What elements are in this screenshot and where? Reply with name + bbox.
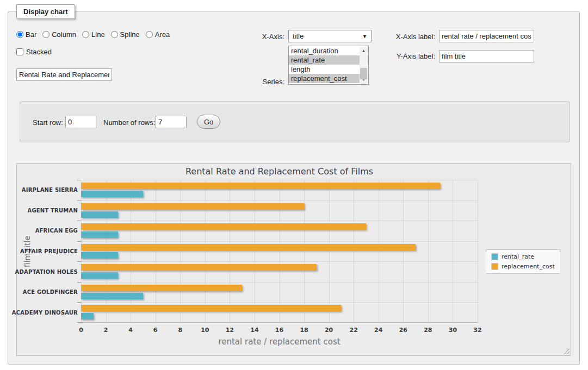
bar-rental_rate-6 bbox=[81, 313, 94, 319]
chart-type-radio-line[interactable] bbox=[82, 31, 89, 38]
bar-rental_rate-5 bbox=[81, 293, 143, 299]
x-tick-label-12: 12 bbox=[226, 327, 234, 334]
x-tick-label-8: 8 bbox=[178, 327, 182, 334]
start-row-label: Start row: bbox=[33, 118, 63, 127]
x-axis-select[interactable]: title ▼ bbox=[288, 30, 372, 42]
x-tick-label-18: 18 bbox=[300, 327, 308, 334]
legend-item-rental_rate[interactable]: rental_rate bbox=[491, 253, 555, 260]
gridline-y-4 bbox=[81, 261, 478, 262]
gridline-x-16 bbox=[280, 180, 280, 322]
y-tick-6 bbox=[77, 302, 81, 303]
chart-title: Rental Rate and Replacement Cost of Film… bbox=[81, 166, 478, 177]
gridline-x-2 bbox=[106, 180, 107, 322]
chart-type-radio-bar[interactable] bbox=[16, 31, 23, 38]
chart-type-option-spline[interactable]: Spline bbox=[111, 30, 140, 39]
gridline-y-3 bbox=[81, 241, 478, 242]
category-label-3: AFFAIR PREJUDICE bbox=[17, 241, 78, 262]
gridline-x-8 bbox=[180, 180, 181, 322]
series-scrollbar[interactable]: ▲ ▼ bbox=[360, 47, 368, 84]
x-tick-label-20: 20 bbox=[325, 327, 333, 334]
x-axis-selected-value: title bbox=[293, 32, 362, 40]
chart-type-option-bar[interactable]: Bar bbox=[16, 30, 36, 39]
chart-type-label-area: Area bbox=[155, 30, 170, 39]
plot-area bbox=[81, 180, 478, 323]
x-tick-label-10: 10 bbox=[201, 327, 209, 334]
chart-type-group: BarColumnLineSplineArea bbox=[16, 30, 170, 39]
chart-type-option-column[interactable]: Column bbox=[42, 30, 76, 39]
gridline-y-2 bbox=[81, 221, 478, 221]
stacked-checkbox[interactable] bbox=[16, 48, 23, 55]
chart-type-radio-area[interactable] bbox=[146, 31, 153, 38]
bar-rental_rate-0 bbox=[81, 191, 143, 197]
gridline-x-32 bbox=[478, 180, 478, 322]
category-label-5: ACE GOLDFINGER bbox=[17, 282, 78, 303]
y-tick-4 bbox=[77, 261, 81, 262]
series-option-replacement_cost[interactable]: replacement_cost bbox=[289, 74, 368, 83]
chart-type-label-line: Line bbox=[91, 30, 105, 39]
fieldset-legend: Display chart bbox=[16, 4, 75, 19]
gridline-x-6 bbox=[156, 180, 156, 322]
chart-type-radio-column[interactable] bbox=[42, 31, 49, 38]
resize-grip-icon[interactable] bbox=[563, 348, 570, 354]
x-tick-label-14: 14 bbox=[250, 327, 258, 334]
category-label-0: AIRPLANE SIERRA bbox=[17, 180, 78, 200]
x-tick-label-28: 28 bbox=[424, 327, 432, 334]
bar-replacement_cost-1 bbox=[81, 203, 304, 210]
bar-replacement_cost-6 bbox=[81, 305, 341, 311]
chart-type-label-bar: Bar bbox=[26, 30, 36, 39]
x-tick-label-30: 30 bbox=[449, 327, 457, 334]
select-dropdown-arrow-icon: ▼ bbox=[362, 34, 367, 39]
bar-rental_rate-2 bbox=[81, 231, 118, 238]
series-options: rental_durationrental_ratelengthreplacem… bbox=[289, 46, 368, 83]
number-of-rows-input[interactable] bbox=[156, 116, 187, 128]
series-option-rental_duration[interactable]: rental_duration bbox=[289, 46, 368, 55]
legend-label-replacement_cost: replacement_cost bbox=[502, 263, 555, 270]
gridline-x-0 bbox=[81, 180, 82, 322]
bar-rental_rate-4 bbox=[81, 272, 118, 279]
bar-rental_rate-3 bbox=[81, 252, 118, 259]
gridline-y-5 bbox=[81, 282, 478, 283]
scrollbar-down-arrow-icon[interactable]: ▼ bbox=[360, 76, 368, 84]
category-label-1: AGENT TRUMAN bbox=[17, 200, 78, 221]
y-tick-3 bbox=[77, 241, 81, 242]
x-tick-label-4: 4 bbox=[128, 327, 133, 334]
y-axis-label-caption: Y-Axis label: bbox=[375, 52, 435, 60]
gridline-x-14 bbox=[255, 180, 255, 322]
bar-replacement_cost-4 bbox=[81, 264, 317, 271]
y-tick-5 bbox=[77, 282, 81, 283]
chart-category-labels: AIRPLANE SIERRAAGENT TRUMANAFRICAN EGGAF… bbox=[17, 180, 78, 323]
series-option-rental_rate[interactable]: rental_rate bbox=[289, 55, 368, 65]
x-axis-label-input[interactable] bbox=[439, 30, 534, 42]
gridline-x-22 bbox=[354, 180, 354, 322]
stacked-option[interactable]: Stacked bbox=[16, 48, 52, 56]
series-listbox[interactable]: rental_durationrental_ratelengthreplacem… bbox=[288, 46, 369, 85]
chart-container: Rental Rate and Replacement Cost of Film… bbox=[16, 163, 571, 356]
category-label-6: ACADEMY DINOSAUR bbox=[17, 302, 78, 323]
chart-title-input[interactable] bbox=[16, 68, 112, 81]
chart-type-radio-spline[interactable] bbox=[111, 31, 118, 38]
go-button[interactable]: Go bbox=[197, 115, 220, 129]
start-row-input[interactable] bbox=[65, 116, 96, 128]
gridline-x-20 bbox=[329, 180, 330, 322]
x-tick-label-16: 16 bbox=[275, 327, 283, 334]
x-tick-label-0: 0 bbox=[79, 327, 83, 334]
y-tick-0 bbox=[77, 180, 81, 180]
chart-type-option-line[interactable]: Line bbox=[82, 30, 105, 39]
scrollbar-up-arrow-icon[interactable]: ▲ bbox=[360, 47, 368, 54]
gridline-x-28 bbox=[428, 180, 429, 322]
bar-replacement_cost-3 bbox=[81, 244, 416, 250]
x-tick-label-24: 24 bbox=[374, 327, 382, 334]
legend-label-rental_rate: rental_rate bbox=[502, 253, 534, 260]
x-tick-label-22: 22 bbox=[350, 327, 358, 334]
y-tick-2 bbox=[77, 221, 81, 221]
gridline-y-6 bbox=[81, 302, 478, 303]
legend-item-replacement_cost[interactable]: replacement_cost bbox=[491, 263, 555, 270]
series-select-label: Series: bbox=[234, 78, 284, 86]
series-option-length[interactable]: length bbox=[289, 65, 368, 74]
gridline-x-4 bbox=[131, 180, 131, 322]
x-axis-select-label: X-Axis: bbox=[234, 33, 284, 41]
chart-type-option-area[interactable]: Area bbox=[146, 30, 170, 39]
y-tick-1 bbox=[77, 200, 81, 201]
y-axis-label-input[interactable] bbox=[439, 50, 534, 62]
x-tick-label-26: 26 bbox=[399, 327, 407, 334]
